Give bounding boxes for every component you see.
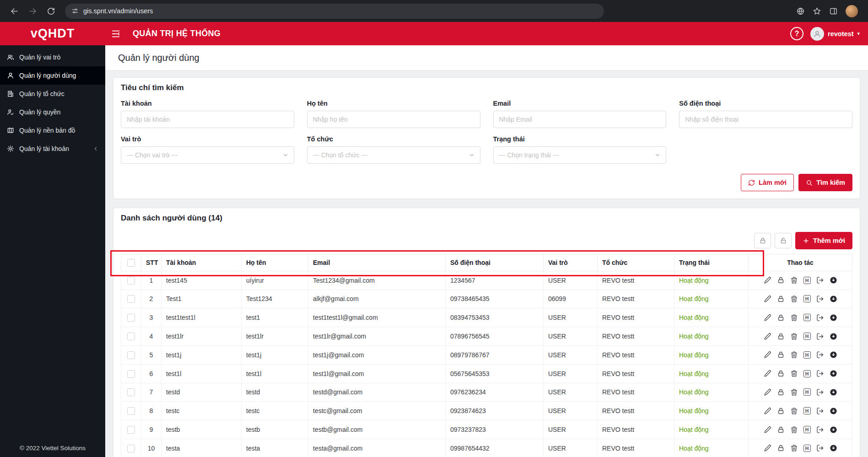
search-input-3[interactable] bbox=[493, 111, 667, 128]
history-action-button[interactable]: H bbox=[803, 370, 811, 377]
logout-action-button[interactable] bbox=[816, 351, 824, 359]
edit-action-button[interactable] bbox=[764, 444, 771, 452]
sidebar-item-5[interactable]: Quản lý nền bản đồ bbox=[0, 121, 105, 140]
history-action-button[interactable]: H bbox=[803, 351, 811, 359]
sidebar-item-1[interactable]: Quản lý vai trò bbox=[0, 48, 105, 66]
search-input-1[interactable] bbox=[121, 111, 294, 128]
download-action-button[interactable] bbox=[830, 388, 837, 396]
logout-action-button[interactable] bbox=[816, 276, 824, 284]
app-logo[interactable]: vQHDT bbox=[0, 27, 105, 41]
download-action-button[interactable] bbox=[830, 351, 837, 359]
edit-action-button[interactable] bbox=[764, 276, 771, 284]
logout-action-button[interactable] bbox=[816, 295, 824, 303]
download-action-button[interactable] bbox=[830, 444, 837, 452]
row-checkbox[interactable] bbox=[127, 445, 135, 452]
row-checkbox[interactable] bbox=[127, 407, 135, 415]
history-action-button[interactable]: H bbox=[803, 295, 811, 302]
sidebar-item-2[interactable]: Quản lý người dùng bbox=[0, 66, 105, 85]
site-info-icon[interactable] bbox=[71, 7, 79, 15]
lock-action-button[interactable] bbox=[777, 276, 785, 284]
menu-fold-icon[interactable] bbox=[111, 29, 121, 39]
delete-action-button[interactable] bbox=[790, 426, 798, 434]
lock-action-button[interactable] bbox=[777, 407, 785, 415]
edit-action-button[interactable] bbox=[764, 388, 771, 396]
lock-action-button[interactable] bbox=[777, 314, 785, 322]
edit-action-button[interactable] bbox=[764, 314, 771, 322]
search-input-4[interactable] bbox=[679, 111, 852, 128]
logout-action-button[interactable] bbox=[816, 426, 824, 434]
unlock-users-button[interactable] bbox=[775, 233, 792, 248]
search-select-2[interactable]: --- Chọn tổ chức --- bbox=[307, 146, 480, 164]
edit-action-button[interactable] bbox=[764, 370, 771, 377]
logout-action-button[interactable] bbox=[816, 314, 824, 322]
row-checkbox[interactable] bbox=[127, 370, 135, 378]
add-new-button[interactable]: Thêm mới bbox=[795, 232, 852, 249]
browser-forward-button[interactable] bbox=[25, 3, 40, 19]
address-bar[interactable]: gis.spnt.vn/admin/users bbox=[65, 4, 604, 19]
translate-icon[interactable] bbox=[796, 7, 805, 16]
lock-action-button[interactable] bbox=[777, 351, 785, 359]
delete-action-button[interactable] bbox=[790, 314, 798, 322]
delete-action-button[interactable] bbox=[790, 351, 798, 359]
lock-action-button[interactable] bbox=[777, 333, 785, 340]
history-action-button[interactable]: H bbox=[803, 445, 811, 452]
history-action-button[interactable]: H bbox=[803, 388, 811, 396]
edit-action-button[interactable] bbox=[764, 351, 771, 359]
logout-action-button[interactable] bbox=[816, 444, 824, 452]
history-action-button[interactable]: H bbox=[803, 277, 811, 284]
bookmark-star-icon[interactable] bbox=[813, 7, 821, 16]
download-action-button[interactable] bbox=[830, 370, 837, 377]
logout-action-button[interactable] bbox=[816, 333, 824, 340]
history-action-button[interactable]: H bbox=[803, 426, 811, 433]
download-action-button[interactable] bbox=[830, 333, 837, 340]
row-checkbox[interactable] bbox=[127, 426, 135, 434]
download-action-button[interactable] bbox=[830, 314, 837, 322]
logout-action-button[interactable] bbox=[816, 407, 824, 415]
download-action-button[interactable] bbox=[830, 407, 837, 415]
logout-action-button[interactable] bbox=[816, 388, 824, 396]
delete-action-button[interactable] bbox=[790, 388, 798, 396]
user-menu[interactable]: revotest ▾ bbox=[810, 27, 860, 41]
lock-action-button[interactable] bbox=[777, 295, 785, 303]
row-checkbox[interactable] bbox=[127, 333, 135, 340]
history-action-button[interactable]: H bbox=[803, 314, 811, 321]
lock-action-button[interactable] bbox=[777, 426, 785, 434]
history-action-button[interactable]: H bbox=[803, 333, 811, 340]
sidebar-item-4[interactable]: Quản lý quyền bbox=[0, 103, 105, 121]
delete-action-button[interactable] bbox=[790, 370, 798, 377]
help-button[interactable]: ? bbox=[790, 27, 803, 40]
lock-users-button[interactable] bbox=[754, 233, 771, 248]
sidebar-item-6[interactable]: Quản lý tài khoản bbox=[0, 140, 105, 158]
download-action-button[interactable] bbox=[830, 426, 837, 434]
delete-action-button[interactable] bbox=[790, 276, 798, 284]
lock-action-button[interactable] bbox=[777, 444, 785, 452]
download-action-button[interactable] bbox=[830, 276, 837, 284]
download-action-button[interactable] bbox=[830, 295, 837, 303]
lock-action-button[interactable] bbox=[777, 388, 785, 396]
history-action-button[interactable]: H bbox=[803, 407, 811, 414]
refresh-button[interactable]: Làm mới bbox=[741, 174, 794, 191]
row-checkbox[interactable] bbox=[127, 351, 135, 359]
search-select-3[interactable]: --- Chọn trạng thái --- bbox=[493, 146, 667, 164]
search-select-1[interactable]: --- Chọn vai trò --- bbox=[121, 146, 294, 164]
lock-action-button[interactable] bbox=[777, 370, 785, 377]
row-checkbox[interactable] bbox=[127, 277, 135, 285]
edit-action-button[interactable] bbox=[764, 407, 771, 415]
sidebar-item-3[interactable]: Quản lý tổ chức bbox=[0, 85, 105, 103]
search-button[interactable]: Tìm kiếm bbox=[798, 174, 852, 191]
delete-action-button[interactable] bbox=[790, 333, 798, 340]
edit-action-button[interactable] bbox=[764, 295, 771, 303]
search-input-2[interactable] bbox=[307, 111, 480, 128]
edit-action-button[interactable] bbox=[764, 426, 771, 434]
logout-action-button[interactable] bbox=[816, 370, 824, 377]
edit-action-button[interactable] bbox=[764, 333, 771, 340]
delete-action-button[interactable] bbox=[790, 407, 798, 415]
delete-action-button[interactable] bbox=[790, 295, 798, 303]
row-checkbox[interactable] bbox=[127, 295, 135, 303]
select-all-checkbox[interactable] bbox=[127, 259, 135, 267]
row-checkbox[interactable] bbox=[127, 314, 135, 322]
browser-profile-avatar[interactable] bbox=[846, 5, 858, 17]
browser-back-button[interactable] bbox=[6, 3, 22, 19]
side-panel-icon[interactable] bbox=[829, 7, 838, 16]
browser-reload-button[interactable] bbox=[43, 3, 59, 19]
